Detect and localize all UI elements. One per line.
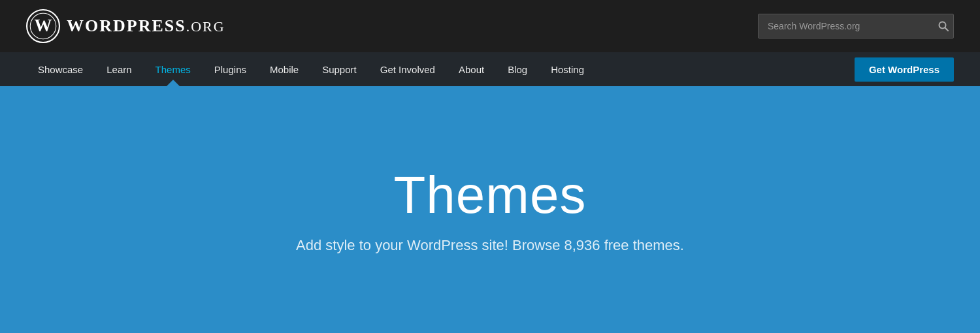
main-navbar: Showcase Learn Themes Plugins Mobile Sup… [0, 52, 980, 86]
nav-link-learn[interactable]: Learn [95, 52, 143, 86]
nav-item-learn: Learn [95, 52, 143, 86]
search-button[interactable] [938, 21, 949, 31]
nav-item-get-involved: Get Involved [368, 52, 447, 86]
nav-link-showcase[interactable]: Showcase [26, 52, 95, 86]
nav-link-hosting[interactable]: Hosting [539, 52, 596, 86]
logo-link[interactable]: W WordPress.org [26, 9, 225, 43]
nav-link-mobile[interactable]: Mobile [258, 52, 310, 86]
nav-item-blog: Blog [496, 52, 539, 86]
nav-item-showcase: Showcase [26, 52, 95, 86]
hero-subtitle: Add style to your WordPress site! Browse… [296, 237, 684, 254]
nav-links: Showcase Learn Themes Plugins Mobile Sup… [26, 52, 596, 86]
wordpress-logo-icon: W [26, 9, 60, 43]
search-icon [938, 21, 949, 31]
nav-link-support[interactable]: Support [310, 52, 368, 86]
svg-line-4 [945, 28, 949, 31]
nav-link-plugins[interactable]: Plugins [203, 52, 258, 86]
site-header: W WordPress.org [0, 0, 980, 52]
search-area [758, 14, 954, 39]
nav-item-hosting: Hosting [539, 52, 596, 86]
search-input[interactable] [758, 14, 954, 39]
nav-link-themes[interactable]: Themes [144, 52, 203, 86]
nav-item-support: Support [310, 52, 368, 86]
nav-link-about[interactable]: About [447, 52, 496, 86]
get-wordpress-button[interactable]: Get WordPress [855, 57, 954, 82]
hero-section: Themes Add style to your WordPress site!… [0, 86, 980, 333]
svg-text:W: W [34, 16, 52, 35]
nav-item-about: About [447, 52, 496, 86]
nav-link-get-involved[interactable]: Get Involved [368, 52, 447, 86]
nav-link-blog[interactable]: Blog [496, 52, 539, 86]
nav-item-mobile: Mobile [258, 52, 310, 86]
search-wrapper [758, 14, 954, 39]
hero-title: Themes [394, 165, 587, 225]
logo-text: WordPress.org [67, 16, 225, 36]
nav-item-plugins: Plugins [203, 52, 258, 86]
nav-item-themes: Themes [144, 52, 203, 86]
